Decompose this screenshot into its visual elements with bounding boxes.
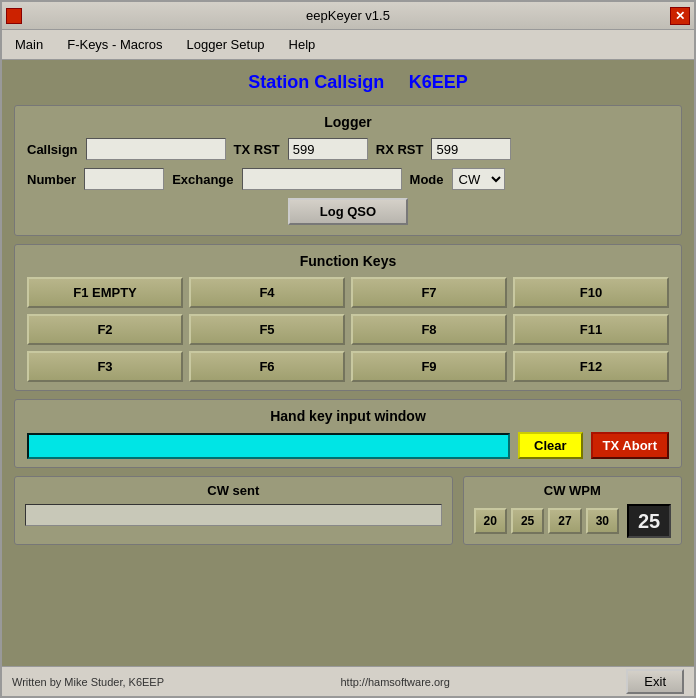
number-input[interactable] bbox=[84, 168, 164, 190]
wpm-btn-27[interactable]: 27 bbox=[548, 508, 581, 534]
fkey-f2[interactable]: F2 bbox=[27, 314, 183, 345]
callsign-label: Callsign bbox=[27, 142, 78, 157]
fkey-f11[interactable]: F11 bbox=[513, 314, 669, 345]
hand-key-row: Clear TX Abort bbox=[27, 432, 669, 459]
logger-row-2: Number Exchange Mode CW SSB FM AM bbox=[27, 168, 669, 190]
fkey-f10[interactable]: F10 bbox=[513, 277, 669, 308]
exit-button[interactable]: Exit bbox=[626, 669, 684, 694]
rx-rst-input[interactable] bbox=[431, 138, 511, 160]
exchange-label: Exchange bbox=[172, 172, 233, 187]
rx-rst-label: RX RST bbox=[376, 142, 424, 157]
fkey-f6[interactable]: F6 bbox=[189, 351, 345, 382]
txabort-button[interactable]: TX Abort bbox=[591, 432, 669, 459]
cw-wpm-panel: CW WPM 20 25 27 30 25 bbox=[463, 476, 682, 545]
app-icon bbox=[6, 8, 22, 24]
fkey-f7[interactable]: F7 bbox=[351, 277, 507, 308]
fkey-f4[interactable]: F4 bbox=[189, 277, 345, 308]
log-qso-button[interactable]: Log QSO bbox=[288, 198, 408, 225]
wpm-btn-20[interactable]: 20 bbox=[474, 508, 507, 534]
menu-item-help[interactable]: Help bbox=[278, 32, 327, 57]
main-content: Station Callsign K6EEP Logger Callsign T… bbox=[2, 60, 694, 666]
tx-rst-label: TX RST bbox=[234, 142, 280, 157]
status-left: Written by Mike Studer, K6EEP bbox=[12, 676, 164, 688]
wpm-buttons: 20 25 27 30 25 bbox=[474, 504, 671, 538]
station-callsign-label: Station Callsign bbox=[248, 72, 384, 92]
hand-key-display bbox=[27, 433, 510, 459]
logger-row-1: Callsign TX RST RX RST bbox=[27, 138, 669, 160]
cw-sent-panel: CW sent bbox=[14, 476, 453, 545]
cw-sent-title: CW sent bbox=[25, 483, 442, 498]
bottom-row: CW sent CW WPM 20 25 27 30 25 bbox=[14, 476, 682, 545]
menu-item-main[interactable]: Main bbox=[4, 32, 54, 57]
fkey-f12[interactable]: F12 bbox=[513, 351, 669, 382]
exchange-input[interactable] bbox=[242, 168, 402, 190]
logger-panel: Logger Callsign TX RST RX RST Number Exc… bbox=[14, 105, 682, 236]
clear-button[interactable]: Clear bbox=[518, 432, 583, 459]
cw-wpm-title: CW WPM bbox=[544, 483, 601, 498]
main-window: eepKeyer v1.5 ✕ Main F-Keys - Macros Log… bbox=[0, 0, 696, 698]
number-label: Number bbox=[27, 172, 76, 187]
logger-title: Logger bbox=[27, 114, 669, 130]
menu-item-fkeys[interactable]: F-Keys - Macros bbox=[56, 32, 173, 57]
function-keys-panel: Function Keys F1 EMPTY F4 F7 F10 F2 F5 F… bbox=[14, 244, 682, 391]
mode-label: Mode bbox=[410, 172, 444, 187]
function-keys-grid: F1 EMPTY F4 F7 F10 F2 F5 F8 F11 F3 F6 F9… bbox=[27, 277, 669, 382]
fkey-f1[interactable]: F1 EMPTY bbox=[27, 277, 183, 308]
wpm-btn-25[interactable]: 25 bbox=[511, 508, 544, 534]
mode-select[interactable]: CW SSB FM AM bbox=[452, 168, 505, 190]
close-button[interactable]: ✕ bbox=[670, 7, 690, 25]
title-bar: eepKeyer v1.5 ✕ bbox=[2, 2, 694, 30]
window-title: eepKeyer v1.5 bbox=[306, 8, 390, 23]
wpm-display: 25 bbox=[627, 504, 671, 538]
title-bar-left bbox=[6, 8, 22, 24]
status-right: http://hamsoftware.org bbox=[340, 676, 449, 688]
tx-rst-input[interactable] bbox=[288, 138, 368, 160]
wpm-btn-30[interactable]: 30 bbox=[586, 508, 619, 534]
callsign-input[interactable] bbox=[86, 138, 226, 160]
fkey-f5[interactable]: F5 bbox=[189, 314, 345, 345]
cw-sent-display bbox=[25, 504, 442, 526]
status-bar: Written by Mike Studer, K6EEP http://ham… bbox=[2, 666, 694, 696]
station-callsign-row: Station Callsign K6EEP bbox=[14, 68, 682, 97]
menu-item-logger-setup[interactable]: Logger Setup bbox=[176, 32, 276, 57]
fkey-f3[interactable]: F3 bbox=[27, 351, 183, 382]
hand-key-title: Hand key input window bbox=[27, 408, 669, 424]
menu-bar: Main F-Keys - Macros Logger Setup Help bbox=[2, 30, 694, 60]
function-keys-title: Function Keys bbox=[27, 253, 669, 269]
station-callsign-value: K6EEP bbox=[409, 72, 468, 92]
hand-key-panel: Hand key input window Clear TX Abort bbox=[14, 399, 682, 468]
fkey-f9[interactable]: F9 bbox=[351, 351, 507, 382]
fkey-f8[interactable]: F8 bbox=[351, 314, 507, 345]
